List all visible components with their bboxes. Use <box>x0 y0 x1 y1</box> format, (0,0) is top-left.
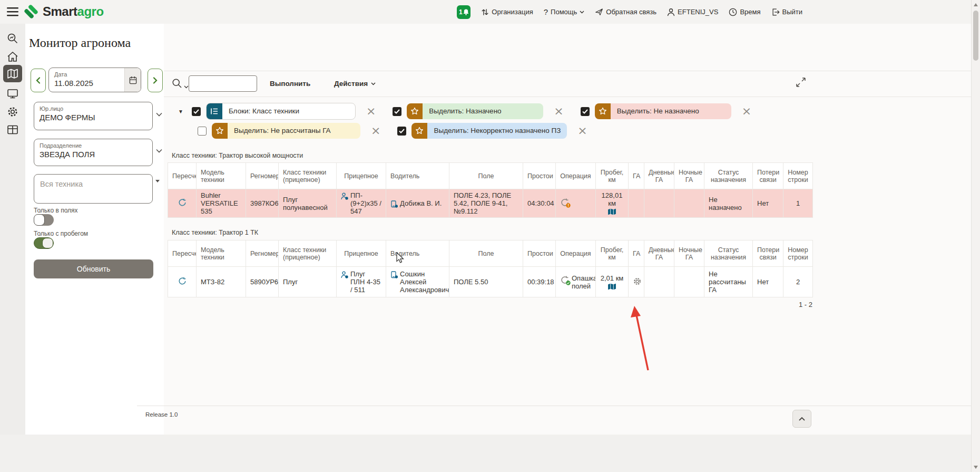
driver-terminal-icon <box>390 271 398 278</box>
legal-entity-label: Юр.лицо <box>40 105 147 112</box>
col-mileage: Пробег, км <box>596 163 629 189</box>
next-date-button[interactable] <box>148 69 163 92</box>
refresh-icon[interactable] <box>178 198 187 207</box>
search-control[interactable] <box>172 78 189 89</box>
chip-no-ga[interactable]: Выделить: Не рассчитаны ГА <box>212 123 360 139</box>
actions-button[interactable]: Действия <box>334 80 376 88</box>
settings-icon[interactable] <box>6 105 19 118</box>
execute-button[interactable]: Выполнить <box>270 80 310 88</box>
refresh-icon[interactable] <box>178 277 187 285</box>
col-recalc: Пересчет <box>168 240 197 267</box>
mileage-cell: 128,01 км <box>596 189 629 218</box>
date-field[interactable]: Дата 11.08.2025 <box>48 68 141 92</box>
chip-blocks-close-icon[interactable]: × <box>366 103 376 119</box>
col-reg: Регномер <box>246 163 279 189</box>
equipment-filter-input[interactable] <box>34 175 152 203</box>
expand-icon[interactable] <box>796 77 806 88</box>
search-chevron-icon <box>184 85 189 89</box>
chip-incorrect-pz[interactable]: Выделить: Некорректно назначено ПЗ <box>411 123 567 139</box>
map-track-icon[interactable] <box>607 283 616 290</box>
chip-blocks-checkbox[interactable] <box>192 107 201 116</box>
chip-no-ga-close-icon[interactable]: × <box>371 123 380 139</box>
equipment-filter-caret-icon[interactable] <box>155 180 160 182</box>
equipment-table-1: Пересчет Модель техники Регномер Класс т… <box>168 162 813 218</box>
prev-date-button[interactable] <box>31 69 46 92</box>
col-field: Поле <box>449 240 523 267</box>
operation-warning-icon[interactable] <box>560 198 570 207</box>
chip-assigned-close-icon[interactable]: × <box>554 103 563 119</box>
icon-rail <box>0 24 25 435</box>
legal-entity-value: ДЕМО ФЕРМЫ <box>40 113 147 122</box>
search-input[interactable] <box>189 75 257 92</box>
scrollbar-thumb[interactable] <box>973 11 978 61</box>
nav-help[interactable]: ? Помощь <box>544 7 585 16</box>
only-with-mileage-toggle[interactable] <box>34 237 54 249</box>
col-ga: ГА <box>629 240 644 267</box>
col-driver: Водитель <box>386 240 449 267</box>
reg-cell: 5890УР68 <box>246 267 279 297</box>
chip-incorrect-pz-label: Выделить: Некорректно назначено ПЗ <box>427 123 567 139</box>
chip-incorrect-pz-close-icon[interactable]: × <box>577 123 587 139</box>
subdivision-select[interactable]: Подразделение ЗВЕЗДА ПОЛЯ <box>34 139 153 166</box>
table-icon[interactable] <box>6 123 19 136</box>
toggle-knob <box>34 214 45 226</box>
release-label: Release 1.0 <box>145 411 178 418</box>
smartagro-logo[interactable]: Smartagro <box>23 4 104 20</box>
hamburger-menu-icon[interactable] <box>7 7 18 16</box>
model-cell: Buhler VERSATILE 535 <box>197 189 246 218</box>
link-loss-cell: Нет <box>753 267 783 297</box>
map-icon[interactable] <box>6 68 19 80</box>
calendar-icon[interactable] <box>124 68 141 92</box>
chip-not-assigned-close-icon[interactable]: × <box>742 103 751 119</box>
chip-incorrect-pz-checkbox[interactable] <box>397 127 406 136</box>
chip-blocks[interactable]: Блоки: Класс техники <box>206 103 356 120</box>
legal-entity-chevron-icon[interactable] <box>156 112 163 118</box>
scrollbar-up-arrow[interactable] <box>974 3 978 6</box>
gear-icon[interactable] <box>633 277 642 286</box>
nav-help-label: Помощь <box>551 8 577 16</box>
page-scrollbar[interactable] <box>971 0 980 472</box>
update-button[interactable]: Обновить <box>34 259 153 278</box>
map-track-icon[interactable] <box>607 208 616 215</box>
implement-person-icon <box>341 192 348 200</box>
legal-entity-select[interactable]: Юр.лицо ДЕМО ФЕРМЫ <box>34 102 153 130</box>
nav-logout[interactable]: Выйти <box>771 8 803 16</box>
operation-cell: Опашка полей <box>556 267 596 297</box>
ga-cell <box>629 189 644 218</box>
implement-cell: Плуг ПЛН 4-35 / 511 <box>337 267 386 297</box>
table-row: Buhler VERSATILE 535 3987КО68 Плуг полун… <box>168 189 813 218</box>
nav-feedback[interactable]: Обратная связь <box>595 8 656 16</box>
scrollbar-down-arrow[interactable] <box>974 466 978 469</box>
star-icon <box>212 123 228 139</box>
nav-user[interactable]: EFTENIJ_VS <box>667 8 718 16</box>
scroll-to-top-button[interactable] <box>792 410 811 428</box>
home-icon[interactable] <box>6 51 19 63</box>
model-cell: МТЗ-82 <box>197 267 246 297</box>
analytics-search-icon[interactable] <box>6 32 19 45</box>
chevron-down-icon <box>371 82 376 85</box>
nav-time[interactable]: Время <box>729 8 760 16</box>
swap-arrows-icon <box>481 8 489 16</box>
col-mileage: Пробег, км <box>596 240 629 267</box>
row-num-cell: 2 <box>783 267 813 297</box>
nav-organization[interactable]: Организация <box>481 8 533 16</box>
collapse-chips-icon[interactable]: ▼ <box>178 109 183 114</box>
driver-terminal-icon <box>390 200 398 208</box>
only-in-fields-toggle[interactable] <box>34 214 54 226</box>
mouse-cursor <box>396 252 404 264</box>
page-title: Монитор агронома <box>29 36 131 50</box>
chip-assigned[interactable]: Выделить: Назначено <box>407 103 543 119</box>
chip-not-assigned-checkbox[interactable] <box>581 107 590 116</box>
col-model: Модель техники <box>197 240 246 267</box>
chip-no-ga-checkbox[interactable] <box>198 127 207 136</box>
chip-not-assigned-label: Выделить: Не назначено <box>611 103 731 119</box>
operation-cell <box>556 189 596 218</box>
chip-assigned-checkbox[interactable] <box>393 107 401 116</box>
chip-not-assigned[interactable]: Выделить: Не назначено <box>595 103 731 119</box>
monitor-icon[interactable] <box>6 88 19 100</box>
subdivision-chevron-icon[interactable] <box>156 149 163 154</box>
notification-badge[interactable]: 1 <box>457 5 471 19</box>
operation-ok-icon[interactable] <box>560 274 570 285</box>
link-loss-cell: Нет <box>753 189 783 218</box>
col-implement: Прицепное <box>337 163 386 189</box>
